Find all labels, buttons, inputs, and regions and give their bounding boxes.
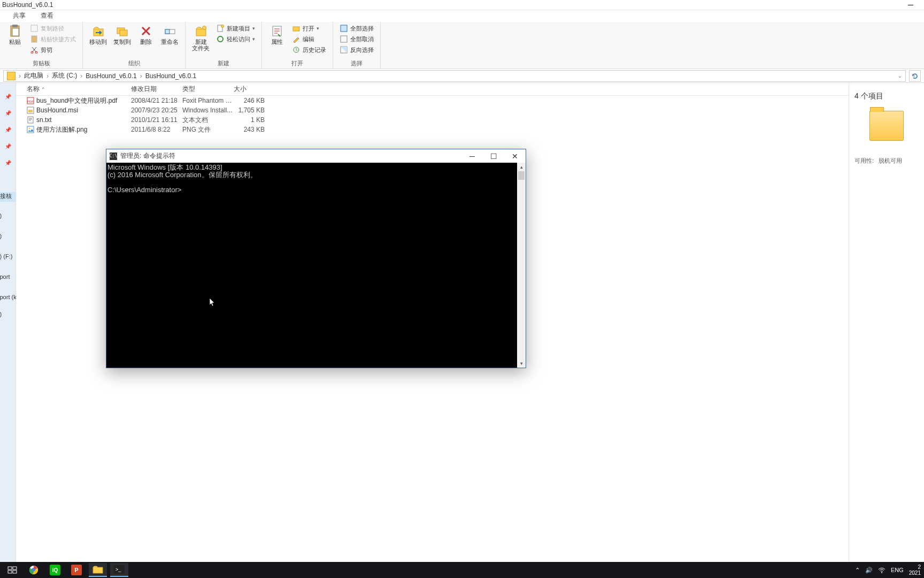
file-row[interactable]: 使用方法图解.png2011/6/8 8:22PNG 文件243 KB <box>16 125 849 134</box>
sidebar-item[interactable]: ) <box>0 233 16 242</box>
task-view-button[interactable] <box>3 563 21 577</box>
crumb-f1[interactable]: BusHound_v6.0.1 <box>86 72 136 80</box>
tab-view[interactable]: 查看 <box>34 10 60 22</box>
scroll-up-icon[interactable]: ▴ <box>517 163 526 171</box>
crumb-pc[interactable]: 此电脑 <box>24 71 43 80</box>
sidebar-item[interactable]: port <box>0 273 16 283</box>
group-open-label: 打开 <box>266 58 328 69</box>
pasteshortcut-icon <box>30 35 38 43</box>
rename-button[interactable]: 重命名 <box>159 24 181 46</box>
svg-rect-9 <box>120 30 127 36</box>
svg-point-16 <box>218 36 223 42</box>
svg-point-29 <box>29 128 30 130</box>
pasteshortcut-button[interactable]: 粘贴快捷方式 <box>28 34 78 44</box>
sidebar-item[interactable]: 接核 <box>0 192 16 202</box>
file-name: sn.txt <box>36 116 52 124</box>
selectall-button[interactable]: 全部选择 <box>337 24 376 33</box>
cut-button[interactable]: 剪切 <box>28 45 78 55</box>
tray-chevron-icon[interactable]: ⌃ <box>855 567 860 574</box>
cmd-window[interactable]: C:\ 管理员: 命令提示符 ─ ☐ ✕ Microsoft Windows [… <box>106 149 526 368</box>
minimize-icon[interactable] <box>908 5 913 5</box>
tray-volume-icon[interactable]: 🔊 <box>865 567 873 574</box>
file-date: 2011/6/8 8:22 <box>131 126 182 133</box>
moveto-button[interactable]: 移动到 <box>87 24 109 46</box>
breadcrumb[interactable]: › 此电脑 › 系统 (C:) › BusHound_v6.0.1 › BusH… <box>3 70 906 82</box>
cmd-scrollbar[interactable]: ▴ ▾ <box>517 163 526 368</box>
svg-rect-28 <box>27 126 34 133</box>
pin-icon[interactable]: 📌 <box>5 94 11 100</box>
svg-rect-3 <box>31 25 37 32</box>
scroll-down-icon[interactable]: ▾ <box>517 359 526 368</box>
paste-icon <box>9 25 21 37</box>
refresh-icon <box>911 72 919 80</box>
newitem-button[interactable]: 新建项目 <box>214 24 257 33</box>
ribbon-group-organize: 移动到 复制到 删除 重命名 组织 <box>83 22 186 69</box>
ribbon-group-open: 属性 打开 编辑 历史记录 打开 <box>262 22 333 69</box>
delete-button[interactable]: 删除 <box>135 24 157 46</box>
sidebar-item[interactable]: ) <box>0 311 16 321</box>
tray-clock[interactable]: 2 2021 <box>909 564 921 576</box>
svg-rect-1 <box>12 25 18 27</box>
cmd-minimize-button[interactable]: ─ <box>461 149 483 163</box>
cmd-titlebar[interactable]: C:\ 管理员: 命令提示符 ─ ☐ ✕ <box>106 149 526 163</box>
iqiyi-button[interactable]: iQ <box>46 563 64 577</box>
svg-rect-33 <box>13 571 17 573</box>
pin-icon[interactable]: 📌 <box>5 160 11 166</box>
selectall-icon <box>340 24 348 33</box>
file-icon: PDF <box>27 97 34 104</box>
edit-button[interactable]: 编辑 <box>290 34 328 44</box>
file-type: 文本文档 <box>182 116 234 125</box>
svg-point-13 <box>202 26 206 30</box>
pin-icon[interactable]: 📌 <box>5 110 11 116</box>
crumb-f2[interactable]: BusHound_v6.0.1 <box>145 72 196 80</box>
powerpoint-button[interactable]: P <box>67 563 86 577</box>
crumb-c[interactable]: 系统 (C:) <box>52 71 77 80</box>
column-type[interactable]: 类型 <box>182 85 234 94</box>
open-button[interactable]: 打开 <box>290 24 328 33</box>
file-name: BusHound.msi <box>36 107 78 114</box>
explorer-button[interactable] <box>89 563 107 577</box>
svg-rect-26 <box>28 110 33 112</box>
paste-label: 粘贴 <box>9 39 21 45</box>
scroll-thumb[interactable] <box>518 171 525 180</box>
easyaccess-button[interactable]: 轻松访问 <box>214 34 257 44</box>
copypath-button[interactable]: 复制路径 <box>28 24 78 33</box>
tray-lang[interactable]: ENG <box>891 567 904 573</box>
pin-icon[interactable]: 📌 <box>5 127 11 133</box>
svg-text:iQ: iQ <box>52 567 58 573</box>
invert-button[interactable]: 反向选择 <box>337 45 376 55</box>
refresh-button[interactable] <box>909 70 921 82</box>
chevron-right-icon: › <box>140 72 142 80</box>
cmd-close-button[interactable]: ✕ <box>504 149 526 163</box>
chevron-down-icon[interactable]: ⌄ <box>898 73 902 79</box>
file-row[interactable]: sn.txt2010/1/21 16:11文本文档1 KB <box>16 115 849 125</box>
breadcrumb-bar: › 此电脑 › 系统 (C:) › BusHound_v6.0.1 › BusH… <box>0 69 924 83</box>
copyto-button[interactable]: 复制到 <box>111 24 133 46</box>
cmd-taskbar-button[interactable]: >_ <box>110 563 128 577</box>
column-size[interactable]: 大小 <box>234 85 265 94</box>
column-name[interactable]: 名称 <box>16 85 131 94</box>
chrome-button[interactable] <box>25 563 43 577</box>
column-date[interactable]: 修改日期 <box>131 85 182 94</box>
cmd-maximize-button[interactable]: ☐ <box>483 149 504 163</box>
tray-wifi-icon[interactable] <box>878 566 886 574</box>
navigation-sidebar: 📌 📌 📌 📌 📌 ) 接核 ) ) ) (F:) port port (k <box>0 83 16 562</box>
paste-button[interactable]: 粘贴 <box>4 24 26 46</box>
history-button[interactable]: 历史记录 <box>290 45 328 55</box>
availability-value: 脱机可用 <box>879 157 902 164</box>
sidebar-item[interactable]: port (k <box>0 294 16 303</box>
svg-point-43 <box>881 572 882 573</box>
system-tray: ⌃ 🔊 ENG 2 2021 <box>855 564 921 576</box>
newfolder-button[interactable]: 新建 文件夹 <box>190 24 212 52</box>
tab-share[interactable]: 共享 <box>6 10 32 22</box>
pin-icon[interactable]: 📌 <box>5 143 11 149</box>
open-icon <box>292 24 301 33</box>
sidebar-item[interactable]: ) <box>0 212 16 222</box>
file-row[interactable]: PDFbus_hound中文使用说明.pdf2008/4/21 21:18Fox… <box>16 96 849 105</box>
window-title: BusHound_v6.0.1 <box>2 1 53 9</box>
sidebar-item[interactable]: ) (F:) <box>0 253 16 263</box>
properties-button[interactable]: 属性 <box>266 24 288 46</box>
file-row[interactable]: BusHound.msi2007/9/23 20:25Windows Insta… <box>16 105 849 115</box>
selectnone-button[interactable]: 全部取消 <box>337 34 376 44</box>
cmd-content[interactable]: Microsoft Windows [版本 10.0.14393] (c) 20… <box>106 163 526 368</box>
